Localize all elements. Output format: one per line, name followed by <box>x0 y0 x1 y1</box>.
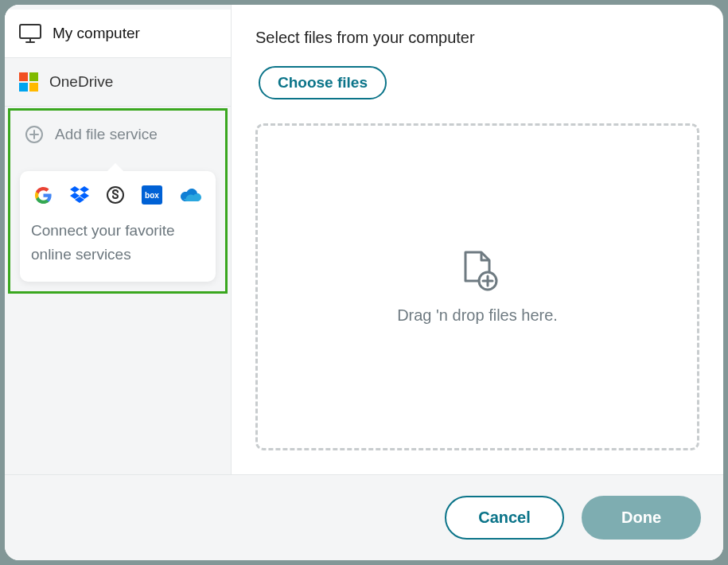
svg-rect-5 <box>19 83 28 92</box>
sidebar-onedrive-label: OneDrive <box>49 73 113 91</box>
svg-rect-3 <box>19 72 28 81</box>
svg-text:box: box <box>145 191 159 200</box>
microsoft-icon <box>19 72 38 92</box>
svg-rect-4 <box>29 72 38 81</box>
box-icon: box <box>142 185 162 205</box>
computer-icon <box>19 24 41 43</box>
sidebar: My computer OneDrive <box>5 5 232 474</box>
file-plus-icon <box>456 249 499 292</box>
connect-services-text: Connect your favorite online services <box>31 219 204 267</box>
svg-rect-0 <box>20 25 41 38</box>
main-title: Select files from your computer <box>255 29 699 47</box>
onedrive-cloud-icon <box>180 188 202 202</box>
dropzone-text: Drag 'n drop files here. <box>397 306 558 325</box>
file-dropzone[interactable]: Drag 'n drop files here. <box>255 123 699 450</box>
content-area: My computer OneDrive <box>5 5 723 474</box>
done-button[interactable]: Done <box>582 496 701 540</box>
dropbox-icon <box>70 186 89 204</box>
service-icons-row: box <box>31 185 204 205</box>
add-service-label: Add file service <box>55 126 158 143</box>
svg-rect-6 <box>29 83 38 92</box>
sidebar-my-computer-label: My computer <box>53 25 140 42</box>
sidebar-item-my-computer[interactable]: My computer <box>5 10 231 58</box>
sidebar-item-onedrive[interactable]: OneDrive <box>5 58 231 107</box>
google-icon <box>34 186 53 205</box>
dialog-footer: Cancel Done <box>5 474 723 560</box>
main-panel: Select files from your computer Choose f… <box>232 5 723 474</box>
connect-services-tooltip: box Connect your favorite online service… <box>20 171 216 282</box>
file-picker-dialog: My computer OneDrive <box>5 5 723 560</box>
add-service-highlight: Add file service <box>8 108 228 294</box>
choose-files-button[interactable]: Choose files <box>259 66 387 99</box>
cancel-button[interactable]: Cancel <box>445 496 564 540</box>
sidebar-item-add-service[interactable]: Add file service <box>10 111 225 158</box>
s-service-icon <box>107 186 124 204</box>
plus-circle-icon <box>25 125 44 144</box>
